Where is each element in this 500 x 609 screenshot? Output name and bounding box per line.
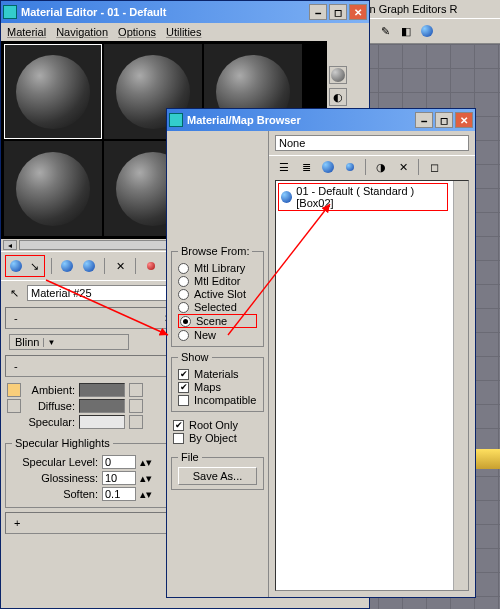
ambient-lock-button[interactable]	[7, 383, 21, 397]
specular-label: Specular:	[25, 416, 75, 428]
shader-combo[interactable]: Blinn	[9, 334, 129, 350]
update-button[interactable]: ◑	[372, 158, 390, 176]
maximize-button[interactable]: ◻	[435, 112, 453, 128]
view-list-button[interactable]: ☰	[275, 158, 293, 176]
radio-selected[interactable]: Selected	[178, 301, 257, 313]
sphere-icon	[16, 152, 90, 226]
glossiness-label: Glossiness:	[12, 472, 98, 484]
browse-from-legend: Browse From:	[178, 245, 252, 257]
pick-material-button[interactable]: ↖	[5, 284, 23, 302]
ambient-label: Ambient:	[25, 384, 75, 396]
sample-type-button[interactable]	[329, 66, 347, 84]
material-editor-menubar: Material Navigation Options Utilities	[1, 23, 369, 41]
get-material-button[interactable]	[7, 257, 25, 275]
specular-level-label: Specular Level:	[12, 456, 98, 468]
browser-left-panel: Browse From: Mtl Library Mtl Editor Acti…	[167, 131, 269, 597]
browse-from-group: Browse From: Mtl Library Mtl Editor Acti…	[171, 245, 264, 347]
view-list-small-button[interactable]: ≣	[297, 158, 315, 176]
app-icon	[169, 113, 183, 127]
check-root-only[interactable]: ✔Root Only	[173, 419, 262, 431]
delete-button[interactable]: ✕	[111, 257, 129, 275]
make-unique-button[interactable]	[142, 257, 160, 275]
ambient-map-button[interactable]	[129, 383, 143, 397]
radio-mtl-editor[interactable]: Mtl Editor	[178, 275, 257, 287]
diffuse-label: Diffuse:	[25, 400, 75, 412]
radio-new[interactable]: New	[178, 329, 257, 341]
browser-right-panel: None ☰ ≣ ◑ ✕ ◻ 01 - Default ( Standard )…	[269, 131, 475, 597]
check-by-object[interactable]: By Object	[173, 432, 262, 444]
diffuse-map-button[interactable]	[129, 399, 143, 413]
radio-scene[interactable]: Scene	[178, 314, 257, 328]
browser-toolbar: ☰ ≣ ◑ ✕ ◻	[269, 155, 475, 178]
bg-tool-icon[interactable]: ✎	[376, 22, 394, 40]
rollout-toggle[interactable]: -	[14, 312, 18, 324]
view-sphere-button[interactable]	[319, 158, 337, 176]
maximize-button[interactable]: ◻	[329, 4, 347, 20]
sphere-icon	[16, 55, 90, 129]
specular-map-button[interactable]	[129, 415, 143, 429]
backlight-button[interactable]: ◐	[329, 88, 347, 106]
minimize-button[interactable]: ‒	[309, 4, 327, 20]
scroll-left-button[interactable]: ◂	[3, 240, 17, 250]
rollout-toggle[interactable]: -	[14, 360, 18, 372]
app-icon	[3, 5, 17, 19]
material-map-browser-window: Material/Map Browser ‒ ◻ ✕ Browse From: …	[166, 108, 476, 598]
show-legend: Show	[178, 351, 212, 363]
browser-name-field[interactable]: None	[275, 135, 469, 151]
check-maps[interactable]: ✔Maps	[178, 381, 257, 393]
specular-level-spinner[interactable]: 0	[102, 455, 136, 469]
bg-tool-icon[interactable]: ◧	[397, 22, 415, 40]
window-title: Material Editor - 01 - Default	[21, 6, 309, 18]
clear-button[interactable]: ◻	[425, 158, 443, 176]
list-item[interactable]: 01 - Default ( Standard ) [Box02]	[278, 183, 448, 211]
glossiness-spinner[interactable]: 10	[102, 471, 136, 485]
bg-tool-icon[interactable]	[418, 22, 436, 40]
minimize-button[interactable]: ‒	[415, 112, 433, 128]
material-slot[interactable]	[4, 44, 102, 139]
window-title: Material/Map Browser	[187, 114, 415, 126]
show-group: Show ✔Materials ✔Maps Incompatible	[171, 351, 264, 412]
specular-swatch[interactable]	[79, 415, 125, 429]
soften-label: Soften:	[12, 488, 98, 500]
radio-active-slot[interactable]: Active Slot	[178, 288, 257, 300]
put-to-scene-button[interactable]: ↘	[25, 257, 43, 275]
reset-button[interactable]	[80, 257, 98, 275]
menu-utilities[interactable]: Utilities	[166, 26, 201, 38]
close-button[interactable]: ✕	[349, 4, 367, 20]
check-incompatible[interactable]: Incompatible	[178, 394, 257, 406]
rollout-toggle[interactable]: +	[14, 517, 20, 529]
file-legend: File	[178, 451, 202, 463]
radio-mtl-library[interactable]: Mtl Library	[178, 262, 257, 274]
diffuse-lock-button[interactable]	[7, 399, 21, 413]
view-sphere-small-button[interactable]	[341, 158, 359, 176]
soften-spinner[interactable]: 0.1	[102, 487, 136, 501]
material-list[interactable]: 01 - Default ( Standard ) [Box02]	[275, 180, 469, 591]
specular-highlights-legend: Specular Highlights	[12, 437, 113, 449]
material-editor-titlebar[interactable]: Material Editor - 01 - Default ‒ ◻ ✕	[1, 1, 369, 23]
menu-material[interactable]: Material	[7, 26, 46, 38]
diffuse-swatch[interactable]	[79, 399, 125, 413]
menu-options[interactable]: Options	[118, 26, 156, 38]
save-as-button[interactable]: Save As...	[178, 467, 257, 485]
list-item-label: 01 - Default ( Standard ) [Box02]	[296, 185, 445, 209]
material-icon	[281, 191, 292, 203]
browser-titlebar[interactable]: Material/Map Browser ‒ ◻ ✕	[167, 109, 475, 131]
assign-to-selection-button[interactable]	[58, 257, 76, 275]
material-slot[interactable]	[4, 141, 102, 236]
file-group: File Save As...	[171, 451, 264, 490]
delete-from-lib-button[interactable]: ✕	[394, 158, 412, 176]
close-button[interactable]: ✕	[455, 112, 473, 128]
menu-navigation[interactable]: Navigation	[56, 26, 108, 38]
list-scrollbar[interactable]	[453, 181, 468, 590]
ambient-swatch[interactable]	[79, 383, 125, 397]
check-materials[interactable]: ✔Materials	[178, 368, 257, 380]
